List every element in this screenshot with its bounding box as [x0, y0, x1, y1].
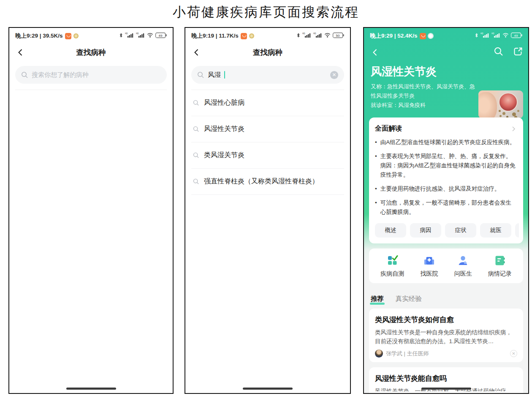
status-bar: 晚上9:29 | 39.5K/s HD HD 49 — [9, 28, 173, 43]
dismiss-icon[interactable]: ✕ — [510, 350, 517, 357]
overview-card-title: 全面解读 — [375, 124, 402, 133]
record-icon — [494, 255, 505, 266]
back-icon[interactable] — [192, 48, 201, 57]
battery-icon: 49 — [511, 33, 522, 38]
wifi-icon — [324, 33, 331, 38]
share-icon[interactable] — [513, 46, 523, 57]
article-author: 张学武 | 主任医师 — [386, 350, 429, 358]
overview-bullet: 由A组乙型溶血性链球菌引起的关节炎症反应性疾病。 — [375, 138, 519, 147]
bluetooth-icon — [119, 33, 123, 38]
search-icon — [193, 126, 199, 132]
disease-illustration — [478, 90, 523, 118]
svg-text:HD: HD — [302, 33, 305, 35]
app-notification-icon — [420, 33, 426, 39]
article-snippet: 类风湿性关节炎是一种自身免疫系统的结缔组织疾病，目前还没有彻底治愈的办法。1.风… — [375, 328, 517, 346]
signal-icon: HD — [125, 32, 134, 38]
status-bar: 晚上9:29 | 52.4K/s HD HD 49 — [364, 28, 528, 43]
article-meta: 张学武 | 主任医师 ✕ — [375, 350, 517, 358]
signal-icon-2: HD — [491, 32, 500, 38]
throat-inset-image — [499, 93, 518, 112]
home-indicator[interactable] — [421, 388, 471, 390]
page-title: 小荷健康疾病库页面搜索流程 — [0, 3, 532, 21]
svg-text:HD: HD — [125, 33, 128, 35]
suggestion-label: 风湿性心脏病 — [204, 98, 244, 107]
nav-bar: 查找病种 — [9, 43, 173, 62]
screenshot-phone-3: 晚上9:29 | 52.4K/s HD HD 49 风湿性关节炎 又称：急性风湿… — [363, 27, 529, 394]
article-card[interactable]: 类风湿性关节炎如何自愈 类风湿性关节炎是一种自身免疫系统的结缔组织疾病，目前还没… — [369, 309, 523, 362]
status-bar: 晚上9:19 | 11.7K/s HD HD 50 — [185, 28, 350, 43]
suggestion-item[interactable]: 风湿性心脏病 — [191, 90, 344, 116]
knee-image — [478, 92, 497, 118]
action-ask-doctor[interactable]: 问医生 — [454, 255, 472, 278]
chip-visit[interactable]: 就医 — [480, 223, 511, 238]
chip-overview[interactable]: 概述 — [375, 223, 406, 238]
tab-real-experience[interactable]: 真实经验 — [396, 295, 422, 303]
app-notification-icon — [241, 33, 247, 39]
screenshot-phone-1: 晚上9:29 | 39.5K/s HD HD 49 查找病种 搜索你想了解的病种 — [8, 27, 174, 394]
suggestion-item[interactable]: 类风湿关节炎 — [191, 142, 344, 169]
search-icon — [197, 71, 204, 79]
action-label: 疾病自测 — [380, 270, 404, 278]
article-card[interactable]: 风湿性关节炎能自愈吗 风湿性关节炎，一般不能自愈，大部分通过药物治疗 — [369, 367, 523, 394]
overview-bullet: 可治愈，易复发，一般不遗留畸形，部分患者会发生心脏瓣膜病。 — [375, 198, 519, 217]
search-icon — [21, 71, 28, 79]
signal-icon: HD — [480, 32, 489, 38]
suggestion-label: 风湿性关节炎 — [204, 125, 244, 134]
svg-text:HD: HD — [491, 33, 494, 35]
doctor-icon — [457, 255, 469, 266]
clear-search-button[interactable]: ✕ — [330, 71, 338, 79]
suggestion-label: 类风湿关节炎 — [204, 151, 244, 160]
search-icon — [193, 152, 199, 158]
bluetooth-icon — [475, 33, 478, 38]
search-input[interactable]: 风湿 ✕ — [191, 66, 344, 84]
search-query-text: 风湿 — [208, 71, 221, 79]
section-chip-row: 概述 病因 症状 就医 — [375, 223, 519, 238]
active-tab-underline — [370, 303, 385, 305]
chip-symptom[interactable]: 症状 — [445, 223, 476, 238]
feed-tabs: 推荐 真实经验 — [371, 293, 521, 303]
divider — [15, 90, 167, 90]
suggestion-item[interactable]: 强直性脊柱炎（又称类风湿性脊柱炎） — [191, 169, 344, 195]
nav-bar: 查找病种 — [185, 43, 350, 62]
svg-text:HD: HD — [313, 33, 316, 35]
tab-recommended[interactable]: 推荐 — [371, 295, 384, 303]
status-time-speed: 晚上9:19 | 11.7K/s — [191, 32, 239, 40]
back-icon[interactable] — [16, 48, 25, 57]
search-icon[interactable] — [494, 46, 504, 57]
signal-icon: HD — [302, 32, 311, 38]
action-disease-selftest[interactable]: 疾病自测 — [380, 255, 404, 278]
overview-bullet: 主要表现为关节局部呈红、肿、热、痛，反复发作。病因：病因为A组乙型溶血性链球菌感… — [375, 152, 519, 180]
chip-cause[interactable]: 病因 — [410, 223, 441, 238]
action-condition-record[interactable]: 病情记录 — [488, 255, 512, 278]
app-notification-icon — [65, 33, 71, 39]
avatar — [375, 350, 383, 358]
bluetooth-icon — [296, 33, 300, 38]
chip-partial[interactable] — [515, 223, 519, 238]
weather-sun-icon — [249, 33, 254, 38]
article-title: 类风湿性关节炎如何自愈 — [375, 315, 517, 325]
suggestion-item[interactable]: 风湿性关节炎 — [191, 116, 344, 142]
action-label: 问医生 — [454, 270, 472, 278]
suggestion-list: 风湿性心脏病 风湿性关节炎 类风湿关节炎 强直性脊柱炎（又称类风湿性脊柱炎） — [185, 90, 350, 195]
self-test-icon — [387, 255, 398, 266]
back-icon[interactable] — [371, 48, 380, 57]
status-time-speed: 晚上9:29 | 39.5K/s — [15, 32, 63, 40]
action-find-hospital[interactable]: 找医院 — [420, 255, 438, 278]
home-indicator[interactable] — [66, 388, 116, 390]
svg-text:49: 49 — [514, 33, 518, 37]
svg-text:50: 50 — [336, 33, 340, 37]
nav-bar — [364, 43, 528, 62]
suggestion-label: 强直性脊柱炎（又称类风湿性脊柱炎） — [204, 177, 319, 186]
home-indicator[interactable] — [243, 388, 293, 390]
chevron-right-icon[interactable] — [510, 126, 516, 132]
wifi-icon — [502, 33, 509, 38]
search-input[interactable]: 搜索你想了解的病种 — [15, 66, 167, 84]
bacteria-dots — [499, 110, 501, 112]
search-placeholder: 搜索你想了解的病种 — [32, 71, 89, 79]
weather-sun-icon — [73, 33, 79, 38]
disease-title: 风湿性关节炎 — [371, 64, 528, 79]
overview-card: 全面解读 由A组乙型溶血性链球菌引起的关节炎症反应性疾病。 主要表现为关节局部呈… — [369, 117, 523, 243]
screenshot-phone-2: 晚上9:19 | 11.7K/s HD HD 50 查找病种 风湿 ✕ 风湿性心… — [185, 27, 351, 394]
tab-label: 真实经验 — [396, 295, 422, 302]
page-heading: 查找病种 — [185, 47, 350, 57]
